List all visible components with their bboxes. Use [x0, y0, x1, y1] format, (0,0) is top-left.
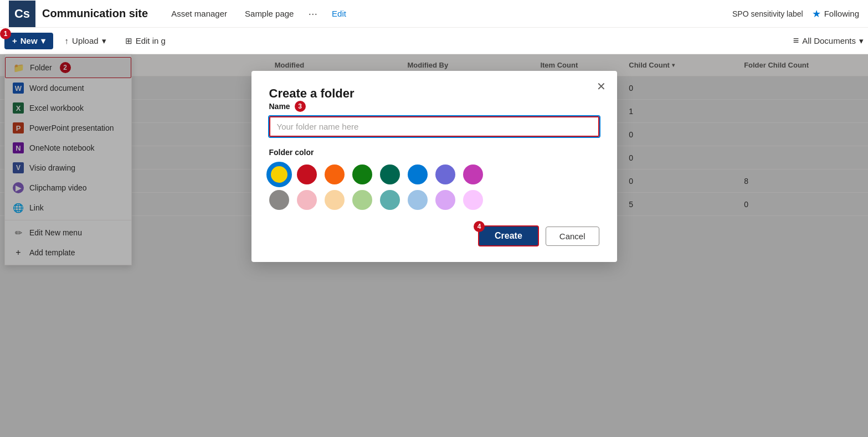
modal-name-label: Name 3	[269, 101, 599, 112]
all-documents-label[interactable]: All Documents	[802, 36, 856, 45]
color-green[interactable]	[352, 164, 372, 184]
nav-sample-page[interactable]: Sample page	[237, 7, 301, 20]
upload-button[interactable]: ↑ Upload ▾	[58, 32, 114, 50]
following-label: Following	[824, 9, 859, 18]
site-logo: Cs	[9, 1, 35, 27]
color-green-light[interactable]	[352, 190, 372, 210]
toolbar-right: ≡ All Documents ▾	[793, 35, 864, 47]
upload-arrow-icon: ↑	[65, 36, 69, 45]
modal-close-button[interactable]: ✕	[597, 81, 606, 92]
color-blue-light[interactable]	[408, 190, 428, 210]
color-orange[interactable]	[325, 164, 345, 184]
modal-title: Create a folder	[269, 86, 355, 100]
top-nav: Cs Communication site Asset manager Samp…	[0, 0, 868, 28]
nav-right: SPO sensitivity label ★ Following	[732, 8, 859, 20]
new-plus-icon: +	[12, 36, 17, 45]
editin-button[interactable]: ⊞ Edit in g	[118, 32, 173, 50]
color-label: Folder color	[269, 148, 599, 157]
toolbar: + New ▾ 1 ↑ Upload ▾ ⊞ Edit in g ≡ All D…	[0, 28, 868, 54]
color-gray[interactable]	[269, 190, 289, 210]
create-button-wrap: 4 Create	[478, 225, 539, 246]
color-purple[interactable]	[435, 164, 455, 184]
following-button[interactable]: ★ Following	[812, 8, 859, 20]
color-pink-dark[interactable]	[463, 164, 483, 184]
color-grid	[269, 164, 599, 210]
nav-edit[interactable]: Edit	[324, 7, 354, 20]
new-button[interactable]: + New ▾ 1	[4, 33, 53, 49]
star-icon: ★	[812, 8, 821, 20]
upload-chevron-icon: ▾	[102, 36, 106, 46]
create-button[interactable]: Create	[478, 225, 539, 246]
content-area: 📁 Folder 2 W Word document X Excel workb…	[0, 54, 868, 437]
name-label-text: Name	[269, 102, 290, 111]
view-icon: ≡	[793, 35, 799, 47]
spo-sensitivity-label: SPO sensitivity label	[732, 9, 803, 18]
color-lavender[interactable]	[435, 190, 455, 210]
cancel-button[interactable]: Cancel	[546, 227, 599, 246]
upload-label: Upload	[72, 36, 99, 45]
create-folder-modal: Create a folder ✕ Name 3 Folder color	[251, 71, 617, 262]
nav-more-dots[interactable]: ···	[304, 5, 322, 22]
all-documents-chevron: ▾	[859, 36, 864, 46]
color-yellow[interactable]	[269, 164, 289, 184]
color-teal-dark[interactable]	[380, 164, 400, 184]
name-step-badge: 3	[295, 101, 306, 112]
color-blue[interactable]	[408, 164, 428, 184]
new-chevron-icon: ▾	[41, 36, 45, 46]
color-pink-light[interactable]	[297, 190, 317, 210]
new-badge: 1	[0, 28, 11, 39]
editin-label: Edit in g	[136, 36, 166, 45]
nav-asset-manager[interactable]: Asset manager	[163, 7, 235, 20]
modal-overlay: Create a folder ✕ Name 3 Folder color	[0, 54, 868, 437]
folder-name-input[interactable]	[269, 116, 599, 137]
color-peach[interactable]	[325, 190, 345, 210]
modal-actions: 4 Create Cancel	[269, 225, 599, 246]
color-pink-pale[interactable]	[463, 190, 483, 210]
color-red[interactable]	[297, 164, 317, 184]
color-teal-light[interactable]	[380, 190, 400, 210]
site-title: Communication site	[42, 7, 148, 20]
create-step-badge: 4	[474, 221, 485, 232]
grid-icon: ⊞	[125, 36, 132, 46]
new-label: New	[20, 36, 38, 45]
nav-links: Asset manager Sample page ··· Edit	[163, 5, 732, 22]
